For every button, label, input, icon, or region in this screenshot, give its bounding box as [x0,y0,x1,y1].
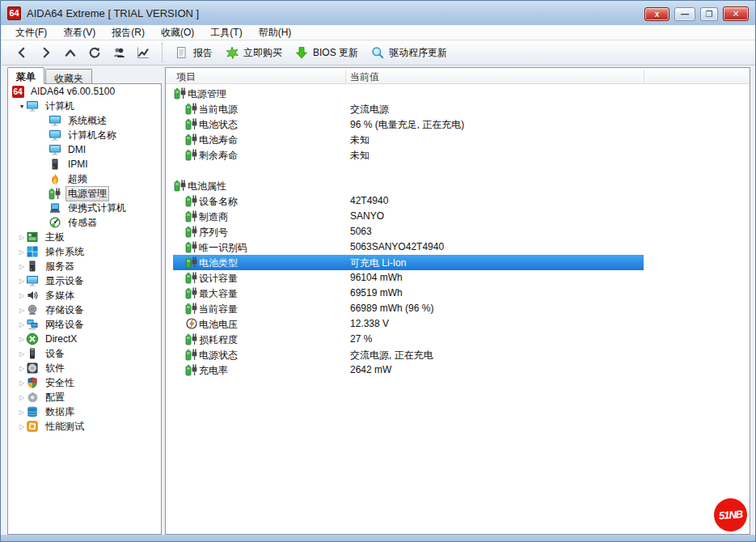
table-row[interactable]: 电池电压12.338 V [166,316,750,332]
tree-item[interactable]: 电源管理 [8,186,161,201]
table-row[interactable]: 电源管理 [166,86,750,101]
tree-item[interactable]: ▷数据库 [8,404,161,419]
column-divider[interactable] [345,70,346,83]
up-button[interactable] [58,42,82,63]
tree-item-label: 软件 [43,362,67,375]
table-row[interactable]: 制造商SANYO [166,209,750,224]
table-row[interactable]: 充电率2642 mW [166,362,750,378]
table-row[interactable]: 当前电源交流电源 [166,101,750,116]
sidebar-tab-favorites[interactable]: 收藏夹 [45,69,92,84]
speaker-icon [26,289,39,302]
collapse-arrow-icon[interactable]: ▷ [18,365,26,372]
table-row[interactable]: 电池寿命未知 [166,132,750,147]
sidebar-tab-menu[interactable]: 菜单 [7,67,44,84]
tree-item[interactable]: ▾计算机 [8,99,161,113]
windows-icon [26,245,39,258]
tree-item[interactable]: 超频 [8,171,161,186]
tree-item[interactable]: 64AIDA64 v6.00.5100 [8,84,161,99]
collapse-arrow-icon[interactable]: ▷ [18,277,26,285]
tree-item[interactable]: 系统概述 [8,113,161,128]
chart-button[interactable] [131,42,155,63]
table-row[interactable]: 电源状态交流电源, 正在充电 [166,347,750,362]
row-label: 剩余寿命 [199,149,238,163]
menu-item-3[interactable]: 报告(R) [104,25,152,40]
tree-item[interactable]: DMI [8,142,161,157]
battery-plug-icon [49,187,61,200]
back-button[interactable] [10,42,34,63]
tree-item[interactable]: 便携式计算机 [8,201,161,215]
toolbar: 报告立即购买BIOS 更新驱动程序更新 [2,40,756,66]
collapse-arrow-icon[interactable]: ▷ [18,292,26,299]
tree-item[interactable]: ▷性能测试 [8,419,161,434]
tree-item[interactable]: ▷软件 [8,361,161,375]
collapse-arrow-icon[interactable]: ▷ [18,321,26,328]
close-button[interactable]: ✕ [723,6,749,21]
users-button[interactable] [107,42,131,63]
collapse-arrow-icon[interactable]: ▷ [18,423,26,430]
table-row[interactable]: 当前容量66989 mWh (96 %) [166,301,750,316]
column-header-item[interactable]: 项目 [176,70,196,84]
tree-item[interactable]: ▷网络设备 [8,317,161,332]
table-row[interactable]: 电池类型可充电 Li-Ion [166,255,750,270]
table-row[interactable]: 最大容量69519 mWh [166,286,750,301]
table-row[interactable]: 唯一识别码5063SANYO42T4940 [166,239,750,255]
tree-item[interactable]: ▷存储设备 [8,303,161,317]
collapse-arrow-icon[interactable]: ▷ [18,307,26,314]
trial-close-button[interactable]: x [644,7,669,21]
collapse-arrow-icon[interactable]: ▷ [18,350,26,358]
table-row[interactable]: 损耗程度27 % [166,332,750,347]
table-row[interactable]: 设计容量96104 mWh [166,270,750,286]
toolbar-action-bios-arrow[interactable]: BIOS 更新 [290,44,366,62]
column-header-value[interactable]: 当前值 [350,70,379,84]
collapse-arrow-icon[interactable]: ▷ [18,409,26,416]
refresh-button[interactable] [82,42,107,63]
collapse-arrow-icon[interactable]: ▷ [18,379,26,387]
tree-item-label: 操作系统 [43,245,87,259]
bios-arrow-icon [295,46,308,59]
minimize-button[interactable]: — [674,7,695,21]
forward-button[interactable] [34,42,58,63]
menu-item-5[interactable]: 工具(T) [203,25,249,40]
collapse-arrow-icon[interactable]: ▷ [18,336,26,343]
tree-item[interactable]: ▷操作系统 [8,244,161,259]
table-row[interactable]: 序列号5063 [166,224,750,239]
main-panel: 项目 当前值 电源管理当前电源交流电源电池状态96 % (电量充足, 正在充电)… [165,67,750,535]
tree-item[interactable]: 计算机名称 [8,128,161,142]
app-window: 64 AIDA64 Extreme [ TRIAL VERSION ] x — … [0,0,756,542]
table-row[interactable]: 剩余寿命未知 [166,147,750,163]
collapse-arrow-icon[interactable]: ▷ [18,394,26,401]
tree-item[interactable]: ▷安全性 [8,375,161,390]
row-value: 42T4940 [350,195,388,206]
column-divider[interactable] [644,70,644,83]
restore-button[interactable]: ❐ [700,7,718,21]
tree-item[interactable]: IPMI [8,157,161,171]
tree-item[interactable]: ▷多媒体 [8,288,161,303]
battery-plug-icon [185,256,198,269]
menu-item-6[interactable]: 帮助(H) [251,25,299,40]
toolbar-action-driver-magnifier[interactable]: 驱动程序更新 [366,44,455,62]
menu-item-4[interactable]: 收藏(O) [154,25,201,40]
tree-item[interactable]: ▷服务器 [8,259,161,273]
toolbar-action-buy-star[interactable]: 立即购买 [221,44,290,62]
server-tower-icon [49,158,61,171]
collapse-arrow-icon[interactable]: ▷ [18,248,26,256]
battery-plug-icon [174,87,187,100]
table-row[interactable]: 电池属性 [166,178,750,193]
tree-item[interactable]: ▷DirectX [8,332,161,346]
battery-plug-icon [185,286,198,299]
tree-item[interactable]: ▷主板 [8,230,161,244]
tree-item[interactable]: ▷设备 [8,346,161,361]
menu-item-1[interactable]: 文件(F) [8,25,54,40]
collapse-arrow-icon[interactable]: ▷ [18,234,26,241]
table-row[interactable]: 设备名称42T4940 [166,193,750,209]
collapse-arrow-icon[interactable]: ▷ [18,263,26,270]
table-row[interactable]: 电池状态96 % (电量充足, 正在充电) [166,116,750,132]
toolbar-action-report-doc[interactable]: 报告 [171,44,221,62]
tree-item-label: 服务器 [43,260,77,273]
menu-item-2[interactable]: 查看(V) [56,25,103,40]
tree-item[interactable]: ▷配置 [8,390,161,404]
expand-arrow-icon[interactable]: ▾ [18,103,26,110]
titlebar[interactable]: 64 AIDA64 Extreme [ TRIAL VERSION ] x — … [1,1,755,25]
tree-item[interactable]: 传感器 [8,215,161,230]
tree-item[interactable]: ▷显示设备 [8,273,161,288]
